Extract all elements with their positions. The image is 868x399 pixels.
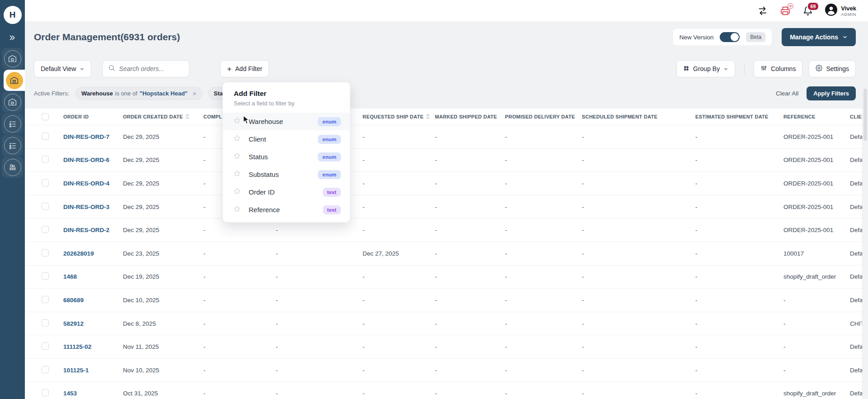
table-cell: - [435,133,505,140]
order-id-link[interactable]: DIN-RES-ORD-6 [63,157,123,163]
star-icon[interactable] [233,205,241,214]
table-cell: - [695,250,783,257]
vertical-scrollbar[interactable] [862,87,868,399]
star-icon[interactable] [233,152,241,162]
row-checkbox[interactable] [42,203,49,210]
filter-field-option-reference[interactable]: Referencetext [223,201,350,218]
sidebar-nav [0,48,25,178]
table-cell: - [203,367,276,374]
order-id-link[interactable]: 202628019 [63,250,123,257]
table-cell: Dec 29, 2025 [123,157,203,163]
star-icon[interactable] [233,117,241,126]
columns-button[interactable]: Columns [754,60,802,77]
remove-filter-icon[interactable]: × [193,90,197,97]
order-id-link[interactable]: 101125-1 [63,367,123,374]
sidebar-expand-button[interactable] [8,35,17,42]
star-icon[interactable] [233,170,241,179]
table-cell: - [783,343,850,350]
table-cell: - [505,227,582,233]
filter-field-label: Warehouse [249,118,283,125]
filter-field-option-status[interactable]: Statusenum [223,148,350,166]
filter-field-option-substatus[interactable]: Substatusenum [223,166,350,183]
sort-icon[interactable] [426,114,430,120]
order-id-link[interactable]: DIN-RES-ORD-7 [63,133,123,140]
new-version-toggle[interactable] [720,32,740,42]
order-id-link[interactable]: 111125-02 [63,343,123,350]
table-cell: - [582,133,695,140]
table-cell: - [695,180,783,187]
orders-table: ORDER ID ORDER CREATED DATE COMPL REQUES… [25,109,868,399]
default-view-dropdown[interactable]: Default View [34,60,91,77]
settings-button[interactable]: Settings [809,60,856,77]
table-cell: ORDER-2025-001 [783,180,850,187]
table-cell: - [695,227,783,233]
row-checkbox[interactable] [42,389,49,396]
column-header-marked-shipped-date: MARKED SHIPPED DATE [435,114,505,119]
sidebar-item-1[interactable] [2,48,23,69]
table-cell: - [582,273,695,280]
star-icon[interactable] [233,187,241,197]
gear-icon [816,65,822,73]
table-cell: - [363,227,435,233]
row-checkbox[interactable] [42,133,49,140]
column-header-order-created-date[interactable]: ORDER CREATED DATE [123,114,203,120]
order-id-link[interactable]: DIN-RES-ORD-2 [63,227,123,233]
beta-badge: Beta [746,32,765,42]
manage-actions-button[interactable]: Manage Actions [782,28,856,46]
bell-icon[interactable]: 69 [802,5,813,16]
scrollbar-thumb[interactable] [863,89,867,141]
select-all-checkbox[interactable] [42,113,49,120]
add-filter-button[interactable]: + Add Filter [220,60,269,77]
filter-field-option-order-id[interactable]: Order IDtext [223,183,350,201]
sidebar-item-6[interactable] [2,157,23,178]
row-checkbox[interactable] [42,366,49,373]
clear-all-button[interactable]: Clear All [776,90,798,97]
table-cell: - [695,390,783,397]
order-id-link[interactable]: 582912 [63,320,123,327]
row-checkbox[interactable] [42,272,49,280]
table-body: DIN-RES-ORD-7Dec 29, 2025-------ORDER-20… [25,125,868,399]
search-input[interactable] [119,65,182,72]
order-id-link[interactable]: DIN-RES-ORD-3 [63,204,123,210]
sidebar-item-5[interactable] [2,135,23,156]
star-icon[interactable] [233,134,241,144]
divider [744,63,745,75]
field-type-badge: text [323,205,341,214]
sort-icon[interactable] [185,114,189,120]
table-cell: ORDER-2025-001 [783,157,850,163]
printer-icon[interactable]: 0 [780,5,791,16]
field-type-badge: enum [318,152,341,162]
table-cell: - [505,133,582,140]
mouse-cursor [242,115,250,126]
group-by-dropdown[interactable]: Group By [676,60,735,77]
table-cell: shopify_draft_order [783,390,850,397]
table-cell: Dec 29, 2025 [123,227,203,233]
apply-filters-button[interactable]: Apply Filters [807,86,856,100]
user-menu[interactable]: Vivek ADMIN [825,4,856,18]
sliders-icon [760,65,767,73]
column-header-order-id: ORDER ID [63,114,123,119]
sidebar-item-2-active[interactable] [4,70,25,91]
order-id-link[interactable]: 1453 [63,390,123,397]
avatar [825,4,837,18]
app-logo[interactable]: H [4,6,22,24]
row-checkbox[interactable] [42,226,49,233]
column-header-requested-ship-date[interactable]: REQUESTED SHIP DATE [363,114,435,120]
row-checkbox[interactable] [42,179,49,186]
dropdown-subtitle: Select a field to filter by [223,98,350,107]
row-checkbox[interactable] [42,156,49,163]
order-id-link[interactable]: DIN-RES-ORD-4 [63,180,123,187]
filter-field-option-client[interactable]: Clientenum [223,130,350,148]
order-id-link[interactable]: 680689 [63,297,123,304]
row-checkbox[interactable] [42,296,49,303]
transfer-arrows-icon[interactable] [757,5,768,16]
checklist-icon [4,137,21,154]
row-checkbox[interactable] [42,249,49,256]
row-checkbox[interactable] [42,342,49,350]
sidebar-item-3[interactable] [2,91,23,113]
row-checkbox[interactable] [42,319,49,327]
order-id-link[interactable]: 1468 [63,273,123,280]
table-cell: - [582,250,695,257]
sidebar-item-4[interactable] [2,113,23,134]
notification-count-badge: 69 [807,2,820,11]
